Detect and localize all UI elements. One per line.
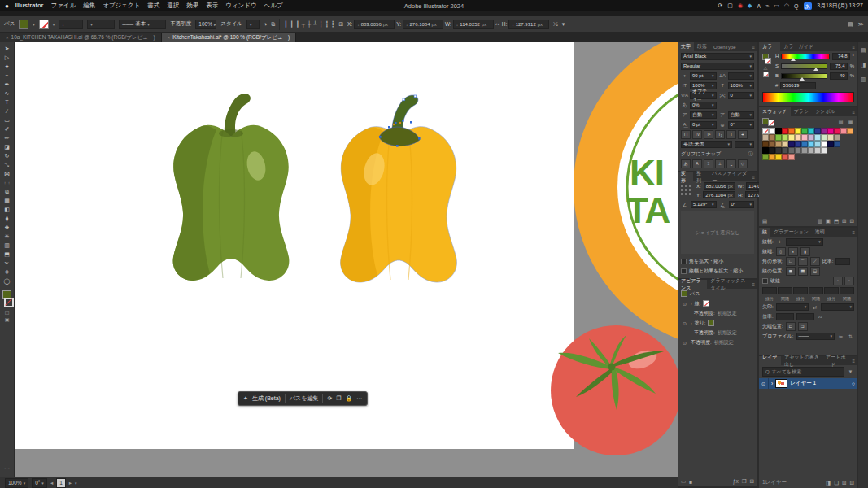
swatch-3-8[interactable] <box>814 147 821 154</box>
dash-align-button[interactable]: ▫ <box>844 277 854 285</box>
tip-extend-button[interactable]: ⊏ <box>786 322 796 331</box>
brightness-value[interactable]: 40 <box>830 72 848 80</box>
gap-field-1[interactable] <box>778 287 792 294</box>
stroke-caret-icon[interactable]: ▾ <box>53 22 55 27</box>
duplicate-icon[interactable]: ❐ <box>742 478 747 485</box>
menu-item-4[interactable]: 書式 <box>147 2 159 10</box>
align-left-button[interactable]: ┠ <box>284 21 287 28</box>
transform-menu-icon[interactable]: ▾ <box>562 21 565 28</box>
shear-field[interactable]: 0°▾ <box>729 201 755 208</box>
align-right-button[interactable]: ┨ <box>296 21 299 28</box>
swatch-4-0[interactable] <box>762 154 769 160</box>
layer-visibility-icon[interactable]: ⊙ <box>761 381 765 386</box>
shape-builder-tool[interactable]: ⧉ <box>1 187 14 196</box>
w-field[interactable]: ↕114.0252px <box>453 20 494 29</box>
dash-field-1[interactable] <box>762 287 777 294</box>
aki-left-select[interactable]: 自動▾ <box>690 111 717 119</box>
snap-option-4-button[interactable]: ⊥ <box>715 159 725 168</box>
opacity-link[interactable]: 不透明度: <box>691 339 712 346</box>
screen-mode-icon[interactable]: ▣ <box>5 316 10 322</box>
aki-right-select[interactable]: 自動▾ <box>728 111 755 119</box>
kerning-select[interactable]: オプティ...▾ <box>690 92 716 99</box>
swatch-0-1[interactable] <box>769 128 775 134</box>
hex-field[interactable]: 536619 <box>780 82 816 89</box>
generate-button[interactable]: 生成 (Beta) <box>252 394 281 403</box>
swatch-0-9[interactable] <box>821 128 827 134</box>
snap-option-1-button[interactable]: あ <box>681 159 691 168</box>
slice-tool[interactable]: ✂ <box>1 259 14 268</box>
arrow-end-select[interactable]: —▾ <box>821 303 854 311</box>
flip-along-icon[interactable]: ⇋ <box>837 333 844 339</box>
swatch-0-13[interactable] <box>847 128 853 134</box>
make-mask-icon[interactable]: ◨ <box>826 480 831 486</box>
swatch-1-5[interactable] <box>795 134 801 141</box>
swatch-4-2[interactable] <box>775 154 782 160</box>
new-swatch-icon[interactable]: ⊞ <box>842 218 846 224</box>
panel-menu-icon[interactable]: ≡ <box>852 230 857 235</box>
direct-selection-tool[interactable]: ▷ <box>1 53 14 62</box>
spotlight-icon[interactable]: Q <box>794 3 798 9</box>
tab-graphic-styles[interactable]: グラフィックスタイル <box>707 280 752 289</box>
menu-item-2[interactable]: 編集 <box>83 2 95 10</box>
swatch-2-10[interactable] <box>827 141 834 147</box>
width-profile-select[interactable]: ▾ <box>87 20 115 29</box>
swatch-2-5[interactable] <box>795 141 801 147</box>
swatch-2-3[interactable] <box>782 141 788 147</box>
tab-pathfinder[interactable]: パスファインダー <box>709 172 752 181</box>
rotate-field[interactable]: 5.139°▾ <box>691 201 717 208</box>
collapsed-panel-2-icon[interactable]: ◨ <box>861 62 866 68</box>
swatch-4-3[interactable] <box>782 154 788 160</box>
swatch-3-0[interactable] <box>762 147 769 154</box>
tsume-field[interactable]: 0%▾ <box>690 102 717 109</box>
cap-round-button[interactable]: ◖ <box>788 247 798 256</box>
swatch-1-2[interactable] <box>775 134 782 141</box>
eye-icon[interactable]: ⊙ <box>681 320 688 326</box>
tab-color[interactable]: カラー <box>759 42 780 51</box>
type-tool[interactable]: T <box>1 98 14 107</box>
tab-transparency[interactable]: 透明 <box>812 228 828 237</box>
saturation-slider[interactable] <box>781 63 827 69</box>
horizontal-scale-field[interactable]: 100%▾ <box>728 82 755 89</box>
tab-paragraph[interactable]: 段落 <box>694 42 710 51</box>
gap-field-2[interactable] <box>809 287 823 294</box>
apple-menu-icon[interactable]: ● <box>5 2 9 10</box>
tab-character[interactable]: 文字 <box>678 42 694 51</box>
language-select[interactable]: 英語:米国▾ <box>681 141 732 148</box>
brush-select[interactable]: ───基本▾ <box>119 20 166 29</box>
tab-opentype[interactable]: OpenType <box>710 42 739 51</box>
distribute-3-button[interactable]: ┋ <box>331 21 334 28</box>
strikethrough-button[interactable]: T <box>738 130 748 139</box>
tab-asset-export[interactable]: アセットの書き出し <box>781 356 822 365</box>
ime-indicator[interactable]: あ <box>804 2 813 10</box>
document-tab-inactive[interactable]: × 10a_KITCHEN TAKAHASHI.ai @ 66.76 % (RG… <box>0 33 162 42</box>
dash-field-2[interactable] <box>793 287 808 294</box>
hand-tool[interactable]: ✥ <box>1 268 14 277</box>
delete-icon[interactable]: ⊟ <box>750 478 754 485</box>
pen-tool[interactable]: ✒ <box>1 80 14 89</box>
swatch-2-0[interactable] <box>762 141 769 147</box>
close-tab-icon[interactable]: × <box>168 35 171 40</box>
delete-layer-icon[interactable]: ⊟ <box>850 480 854 486</box>
reference-point-locator[interactable] <box>681 185 692 196</box>
swatch-3-2[interactable] <box>775 147 782 154</box>
swatch-1-10[interactable] <box>827 134 834 141</box>
arrow-scale-end-field[interactable] <box>796 313 814 320</box>
stroke-swatch[interactable] <box>39 20 49 29</box>
scale-tool[interactable]: ⤡ <box>1 160 14 169</box>
swatch-3-6[interactable] <box>801 147 808 154</box>
swap-arrows-icon[interactable]: ⇄ <box>811 304 818 310</box>
swatch-0-11[interactable] <box>834 128 840 134</box>
snap-option-6-button[interactable]: ◇ <box>738 159 748 168</box>
menu-item-7[interactable]: 表示 <box>206 2 218 10</box>
menu-item-6[interactable]: 効果 <box>186 2 198 10</box>
duplicate-icon[interactable]: ❐ <box>336 395 341 402</box>
flip-across-icon[interactable]: ⇅ <box>847 333 854 339</box>
more-options-icon[interactable]: ⋯ <box>356 395 362 402</box>
eye-icon[interactable]: ⊙ <box>681 301 688 307</box>
font-family-select[interactable]: Arial Black▾ <box>681 53 754 60</box>
distribute-2-button[interactable]: ┇ <box>325 21 329 28</box>
join-miter-button[interactable]: ∟ <box>786 257 796 266</box>
new-sublayer-icon[interactable]: ❏ <box>834 480 839 486</box>
superscript-button[interactable]: T¹ <box>704 130 713 139</box>
hue-value[interactable]: 74.8 <box>832 53 850 60</box>
